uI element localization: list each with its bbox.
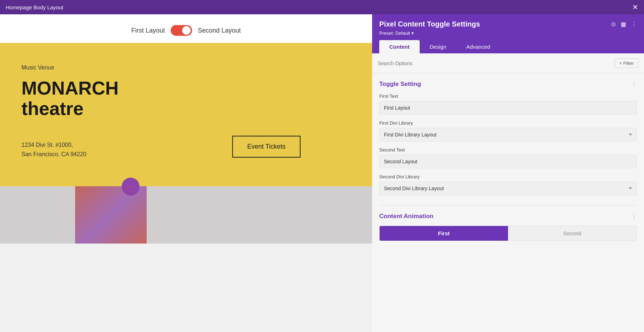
toggle-setting-title: Toggle Setting xyxy=(379,81,421,88)
panel-header-icons: ⊙ ▦ ⋮ xyxy=(611,21,637,28)
animation-tabs: First Second xyxy=(379,226,637,241)
second-text-input[interactable] xyxy=(379,155,637,168)
content-animation-title: Content Animation xyxy=(379,213,433,220)
venue-address: 1234 Divi St. #1000, San Francisco, CA 9… xyxy=(21,140,351,159)
toggle-setting-menu-icon[interactable]: ⋮ xyxy=(631,81,637,88)
filter-button[interactable]: + Filter xyxy=(615,58,638,68)
toggle-setting-header: Toggle Setting ⋮ xyxy=(379,81,637,88)
first-text-label: First Text xyxy=(379,93,637,99)
animation-tab-second[interactable]: Second xyxy=(508,226,636,241)
right-panel: Pixel Content Toggle Settings ⊙ ▦ ⋮ Pres… xyxy=(372,14,644,332)
search-bar: + Filter xyxy=(372,53,644,73)
panel-preset[interactable]: Preset: Default ▾ xyxy=(379,30,637,36)
layout-toggle[interactable] xyxy=(171,25,192,36)
panel-header: Pixel Content Toggle Settings ⊙ ▦ ⋮ Pres… xyxy=(372,14,644,53)
venue-name-line1: MONARCH xyxy=(21,78,119,98)
content-animation-menu-icon[interactable]: ⋮ xyxy=(631,213,637,220)
first-divi-field-group: First Divi Library First Divi Library La… xyxy=(379,120,637,141)
first-text-input[interactable] xyxy=(379,101,637,115)
event-tickets-button[interactable]: Event Tickets xyxy=(232,136,301,158)
second-layout-label: Second Layout xyxy=(198,27,241,34)
photo-area xyxy=(75,186,147,244)
window-title: Homepage Body Layout xyxy=(6,4,632,10)
toggle-thumb xyxy=(182,26,191,35)
address-line1: 1234 Divi St. #1000, xyxy=(21,142,73,148)
tab-content[interactable]: Content xyxy=(379,40,420,53)
top-bar: Homepage Body Layout ✕ xyxy=(0,0,644,14)
venue-label: Music Venue xyxy=(21,64,351,71)
second-divi-field-group: Second Divi Library Second Divi Library … xyxy=(379,174,637,195)
first-divi-select[interactable]: First Divi Library Layout xyxy=(379,128,637,141)
preset-arrow: ▾ xyxy=(411,30,414,36)
grid-icon[interactable]: ▦ xyxy=(621,21,626,28)
panel-title: Pixel Content Toggle Settings xyxy=(379,20,480,28)
toggle-bar: First Layout Second Layout xyxy=(0,14,372,43)
animation-tab-first[interactable]: First xyxy=(380,226,508,241)
address-line2: San Francisco, CA 94220 xyxy=(21,151,86,157)
content-animation-header: Content Animation ⋮ xyxy=(379,213,637,220)
second-divi-select[interactable]: Second Divi Library Layout xyxy=(379,182,637,195)
second-divi-label: Second Divi Library xyxy=(379,174,637,179)
canvas-area: First Layout Second Layout Music Venue M… xyxy=(0,14,372,332)
yellow-section: Music Venue MONARCH theatre 1234 Divi St… xyxy=(0,43,372,186)
section-divider xyxy=(379,205,637,206)
first-layout-label: First Layout xyxy=(131,27,165,34)
close-button[interactable]: ✕ xyxy=(632,3,638,11)
search-input[interactable] xyxy=(378,61,611,66)
preset-label: Preset: Default xyxy=(379,30,410,36)
venue-name: MONARCH theatre xyxy=(21,78,351,119)
second-text-field-group: Second Text xyxy=(379,147,637,168)
first-text-field-group: First Text xyxy=(379,93,637,115)
toggle-setting-section: Toggle Setting ⋮ First Text First Divi L… xyxy=(379,81,637,195)
panel-header-top: Pixel Content Toggle Settings ⊙ ▦ ⋮ xyxy=(379,20,637,28)
panel-content: Toggle Setting ⋮ First Text First Divi L… xyxy=(372,73,644,332)
second-text-label: Second Text xyxy=(379,147,637,153)
content-animation-section: Content Animation ⋮ First Second xyxy=(379,213,637,241)
first-divi-label: First Divi Library xyxy=(379,120,637,126)
more-icon[interactable]: ⋮ xyxy=(631,21,637,28)
venue-name-line2: theatre xyxy=(21,98,83,119)
target-icon[interactable]: ⊙ xyxy=(611,21,616,28)
panel-tabs: Content Design Advanced xyxy=(379,40,637,53)
tab-advanced[interactable]: Advanced xyxy=(456,40,500,53)
gray-section: ··· xyxy=(0,186,372,244)
tab-design[interactable]: Design xyxy=(420,40,457,53)
toggle-track xyxy=(171,25,192,36)
